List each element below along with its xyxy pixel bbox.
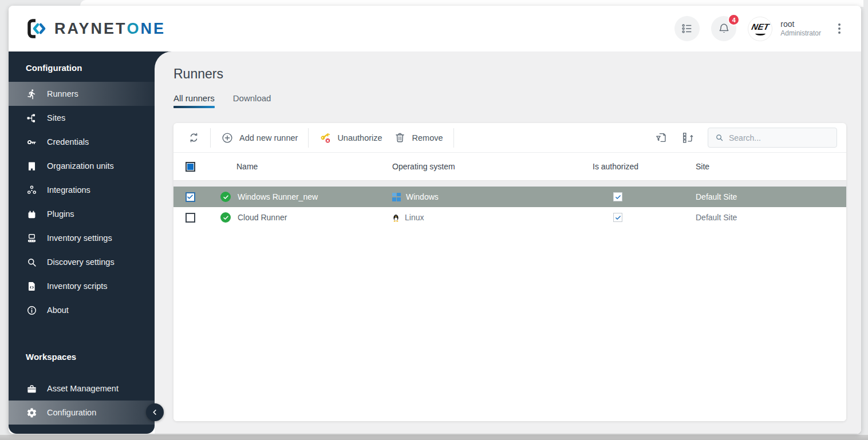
notification-badge: 4 bbox=[728, 14, 740, 26]
search-input[interactable] bbox=[729, 133, 830, 142]
sidebar-item-label: Asset Management bbox=[47, 384, 119, 393]
sidebar-item-plugins[interactable]: Plugins bbox=[9, 202, 155, 226]
remove-button[interactable]: Remove bbox=[388, 128, 449, 148]
notifications-button[interactable]: 4 bbox=[711, 16, 736, 41]
status-ok-icon bbox=[220, 212, 231, 223]
brand-logo: RAYNETONE bbox=[26, 18, 165, 39]
is-authorized-checkbox[interactable] bbox=[613, 192, 622, 201]
raynet-logo-icon bbox=[26, 18, 48, 39]
sidebar-item-credentials[interactable]: Credentials bbox=[9, 130, 155, 154]
sidebar-item-configuration[interactable]: Configuration bbox=[9, 401, 155, 425]
toolbar-divider bbox=[453, 128, 454, 148]
export-filter-icon[interactable] bbox=[655, 132, 668, 144]
sidebar-item-label: Discovery settings bbox=[47, 257, 115, 267]
workspaces-title: Workspaces bbox=[9, 344, 155, 376]
sidebar-item-label: About bbox=[47, 306, 69, 315]
app-body: Configuration Runners Sites bbox=[9, 51, 861, 434]
sidebar-item-label: Organization units bbox=[47, 161, 114, 171]
sidebar-item-label: Credentials bbox=[47, 137, 89, 146]
row-checkbox[interactable] bbox=[186, 192, 195, 202]
sidebar-item-label: Runners bbox=[47, 89, 78, 98]
sidebar-item-inventory-scripts[interactable]: Inventory scripts bbox=[9, 274, 155, 298]
check-icon bbox=[187, 193, 194, 200]
page-title: Runners bbox=[173, 66, 846, 82]
windows-icon bbox=[392, 193, 401, 201]
runner-name: Cloud Runner bbox=[238, 213, 287, 222]
linux-icon bbox=[392, 213, 400, 222]
rounded-corner-decor bbox=[155, 51, 172, 69]
sidebar-collapse-button[interactable] bbox=[146, 403, 164, 421]
site-label: Default Site bbox=[693, 192, 846, 201]
runner-name: Windows Runner_new bbox=[238, 192, 318, 201]
more-menu-button[interactable] bbox=[833, 20, 846, 37]
user-role: Administrator bbox=[780, 29, 821, 38]
runner-icon bbox=[26, 88, 37, 100]
runners-panel: Add new runner Unauthorize bbox=[173, 123, 846, 421]
sidebar-item-sites[interactable]: Sites bbox=[9, 106, 155, 130]
bell-icon bbox=[717, 22, 731, 35]
user-name: root bbox=[780, 19, 821, 30]
os-label: Linux bbox=[405, 213, 424, 222]
select-all-checkbox[interactable] bbox=[186, 162, 195, 172]
window-bottom-edge bbox=[0, 435, 868, 440]
column-header-os[interactable]: Operating system bbox=[378, 162, 567, 171]
sidebar-item-integrations[interactable]: Integrations bbox=[9, 178, 155, 202]
refresh-button[interactable] bbox=[182, 128, 206, 148]
trash-icon bbox=[394, 132, 407, 144]
site-label: Default Site bbox=[693, 213, 846, 222]
toolbar-right bbox=[655, 128, 837, 148]
table-row-windows-runner[interactable]: Windows Runner_new Windows bbox=[173, 187, 846, 207]
tab-download[interactable]: Download bbox=[233, 93, 271, 108]
gear-icon bbox=[26, 407, 37, 418]
brand-name: RAYNETONE bbox=[54, 20, 165, 38]
sidebar-item-organization-units[interactable]: Organization units bbox=[9, 154, 155, 178]
brand-ne: NE bbox=[141, 20, 166, 38]
table-empty-area bbox=[173, 228, 846, 421]
user-info[interactable]: root Administrator bbox=[780, 19, 821, 38]
unauthorize-label: Unauthorize bbox=[337, 133, 382, 142]
sidebar-item-label: Integrations bbox=[47, 185, 90, 195]
toolbar-divider bbox=[308, 128, 309, 148]
unauthorize-button[interactable]: Unauthorize bbox=[313, 128, 388, 148]
tab-all-runners[interactable]: All runners bbox=[173, 93, 215, 108]
column-header-site[interactable]: Site bbox=[693, 162, 846, 171]
info-circle-icon bbox=[26, 304, 37, 316]
plugin-icon bbox=[26, 208, 37, 220]
add-new-runner-label: Add new runner bbox=[239, 133, 298, 142]
is-authorized-checkbox[interactable] bbox=[613, 213, 622, 222]
toolbar: Add new runner Unauthorize bbox=[173, 123, 846, 153]
key-icon bbox=[26, 136, 37, 148]
inventory-icon bbox=[26, 232, 37, 244]
remove-label: Remove bbox=[412, 133, 443, 142]
column-chooser-icon[interactable] bbox=[681, 132, 694, 144]
brand-primary: RAYNET bbox=[54, 20, 127, 38]
row-checkbox[interactable] bbox=[186, 213, 195, 223]
table-row-cloud-runner[interactable]: Cloud Runner Linux Defaul bbox=[173, 207, 846, 228]
sidebar-section-title: Configuration bbox=[9, 51, 155, 82]
avatar-text: NET bbox=[751, 22, 770, 31]
key-unauthorize-icon bbox=[319, 132, 332, 144]
sidebar-item-label: Sites bbox=[47, 113, 65, 122]
column-header-authorized[interactable]: Is authorized bbox=[567, 162, 693, 171]
sidebar-item-label: Inventory settings bbox=[47, 233, 112, 243]
brand-o: O bbox=[127, 20, 141, 38]
task-list-button[interactable] bbox=[674, 16, 700, 41]
app-window: RAYNETONE 4 bbox=[9, 6, 861, 434]
desktop: RAYNETONE 4 bbox=[0, 0, 868, 440]
sidebar-item-runners[interactable]: Runners bbox=[9, 82, 155, 106]
column-header-name[interactable]: Name bbox=[207, 162, 378, 171]
avatar-arc bbox=[755, 31, 766, 35]
integration-icon bbox=[26, 184, 37, 196]
sidebar-item-about[interactable]: About bbox=[9, 298, 155, 322]
sidebar-item-asset-management[interactable]: Asset Management bbox=[9, 376, 155, 401]
kebab-icon bbox=[838, 23, 841, 26]
os-label: Windows bbox=[406, 192, 439, 201]
avatar[interactable]: NET bbox=[748, 17, 772, 41]
sidebar-item-label: Configuration bbox=[47, 408, 96, 417]
status-ok-icon bbox=[220, 192, 231, 202]
sidebar-item-discovery-settings[interactable]: Discovery settings bbox=[9, 250, 155, 274]
sidebar-item-inventory-settings[interactable]: Inventory settings bbox=[9, 226, 155, 250]
check-icon bbox=[615, 194, 621, 200]
sidebar-item-label: Plugins bbox=[47, 209, 74, 219]
add-new-runner-button[interactable]: Add new runner bbox=[215, 128, 303, 148]
